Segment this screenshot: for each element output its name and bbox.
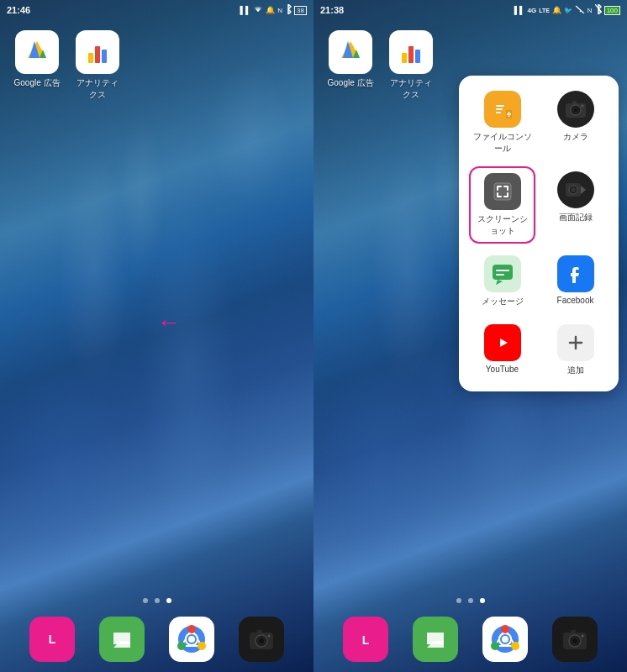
menu-file-console[interactable]: ファイルコンソール bbox=[469, 86, 535, 160]
svg-point-43 bbox=[581, 105, 583, 108]
svg-rect-22 bbox=[257, 630, 262, 633]
svg-point-17 bbox=[188, 636, 195, 643]
menu-add[interactable]: 追加 bbox=[542, 319, 609, 381]
svg-point-14 bbox=[198, 642, 206, 650]
file-console-icon bbox=[484, 91, 521, 128]
analytics-app[interactable]: アナリティクス bbox=[74, 30, 121, 101]
svg-rect-42 bbox=[572, 101, 577, 104]
svg-marker-46 bbox=[581, 186, 586, 194]
r-analytics-icon bbox=[389, 30, 433, 74]
screen-record-icon bbox=[557, 171, 594, 208]
chrome-app[interactable] bbox=[169, 617, 214, 662]
svg-point-74 bbox=[582, 635, 584, 638]
svg-point-21 bbox=[259, 638, 264, 643]
menu-camera[interactable]: カメラ bbox=[542, 86, 609, 160]
right-status-icons: ▌▌ 4G LTE 🔔 🐦 N 100 bbox=[514, 4, 620, 16]
screenshot-label: スクリーンショット bbox=[474, 213, 530, 237]
svg-point-15 bbox=[177, 642, 186, 650]
add-icon bbox=[557, 324, 594, 361]
svg-rect-4 bbox=[88, 53, 93, 63]
menu-youtube[interactable]: YouTube bbox=[469, 319, 535, 381]
bt-icon bbox=[285, 4, 292, 16]
analytics-label: アナリティクス bbox=[74, 77, 121, 101]
screen-record-label: 画面記録 bbox=[559, 212, 593, 223]
menu-facebook[interactable]: Facebook bbox=[542, 250, 609, 312]
r-green-msg-app[interactable] bbox=[413, 617, 458, 662]
r-lte-icon: LTE bbox=[539, 8, 550, 13]
google-ads-icon bbox=[15, 30, 59, 74]
dot-3 bbox=[166, 598, 171, 603]
svg-rect-32 bbox=[496, 105, 504, 107]
battery-icon: 38 bbox=[294, 6, 307, 15]
menu-screenshot[interactable]: スクリーンショット bbox=[469, 166, 535, 244]
left-bg bbox=[0, 0, 314, 672]
right-app-grid: Google 広告 アナリティクス bbox=[327, 30, 435, 101]
google-ads-app[interactable]: Google 広告 bbox=[13, 30, 61, 101]
left-page-dots bbox=[0, 598, 314, 603]
svg-point-64 bbox=[501, 625, 509, 633]
svg-text:L: L bbox=[361, 633, 369, 647]
svg-rect-28 bbox=[402, 53, 407, 63]
right-phone: 21:38 ▌▌ 4G LTE 🔔 🐦 N 100 bbox=[314, 0, 627, 672]
right-status-bar: 21:38 ▌▌ 4G LTE 🔔 🐦 N 100 bbox=[314, 0, 627, 20]
signal-icon: ▌▌ bbox=[240, 6, 251, 14]
r-wifi-off-icon bbox=[575, 5, 585, 15]
svg-rect-49 bbox=[493, 265, 513, 280]
dot-1 bbox=[143, 598, 148, 603]
r-dot-1 bbox=[456, 598, 461, 603]
r-link-app[interactable]: L bbox=[343, 617, 388, 662]
r-chrome-app[interactable] bbox=[482, 617, 528, 662]
svg-rect-50 bbox=[496, 270, 509, 271]
left-dock: L bbox=[0, 617, 314, 662]
svg-rect-6 bbox=[102, 50, 107, 63]
link-app[interactable]: L bbox=[29, 617, 75, 662]
r-analytics-app[interactable]: アナリティクス bbox=[387, 30, 435, 101]
r-nfc-icon: N bbox=[587, 7, 593, 14]
r-tw-icon: 🐦 bbox=[564, 7, 572, 14]
file-console-label: ファイルコンソール bbox=[472, 131, 532, 155]
pink-arrow: ← bbox=[157, 311, 181, 334]
left-phone: 21:46 ▌▌ 🔔 N 38 G bbox=[0, 0, 314, 672]
camera-label: カメラ bbox=[563, 131, 588, 143]
r-bt-icon bbox=[595, 4, 602, 16]
r-dot-2 bbox=[468, 598, 473, 603]
svg-rect-34 bbox=[496, 112, 501, 113]
left-time: 21:46 bbox=[7, 5, 30, 15]
r-google-ads-app[interactable]: Google 広告 bbox=[327, 30, 374, 101]
r-battery-icon: 100 bbox=[604, 6, 620, 15]
left-status-bar: 21:46 ▌▌ 🔔 N 38 bbox=[0, 0, 314, 20]
right-time: 21:38 bbox=[320, 5, 344, 15]
r-camera-dock-app[interactable] bbox=[552, 617, 598, 662]
green-msg-app[interactable] bbox=[99, 617, 145, 662]
menu-grid: ファイルコンソール カメラ bbox=[469, 86, 609, 381]
svg-text:L: L bbox=[48, 633, 55, 646]
svg-point-72 bbox=[572, 638, 577, 643]
svg-point-41 bbox=[574, 108, 577, 112]
svg-point-68 bbox=[502, 636, 508, 643]
left-status-icons: ▌▌ 🔔 N 38 bbox=[240, 4, 307, 16]
camera-dock-app[interactable] bbox=[239, 617, 284, 662]
r-analytics-label: アナリティクス bbox=[387, 77, 435, 101]
facebook-label: Facebook bbox=[557, 296, 594, 305]
left-app-grid: Google 広告 アナリティクス bbox=[13, 30, 121, 101]
camera-menu-icon bbox=[557, 91, 594, 128]
svg-rect-5 bbox=[95, 46, 100, 63]
right-page-dots bbox=[314, 598, 627, 603]
google-ads-label: Google 広告 bbox=[13, 77, 60, 89]
svg-point-66 bbox=[491, 642, 499, 650]
youtube-icon bbox=[484, 324, 521, 361]
r-google-ads-icon bbox=[329, 30, 372, 74]
svg-rect-33 bbox=[496, 108, 503, 110]
messages-icon bbox=[484, 255, 521, 292]
r-signal-icon: ▌▌ bbox=[514, 6, 525, 14]
facebook-icon bbox=[557, 255, 594, 292]
nfc-icon: N bbox=[277, 7, 282, 14]
menu-screen-record[interactable]: 画面記録 bbox=[542, 166, 609, 244]
svg-rect-44 bbox=[494, 183, 511, 200]
r-google-ads-label: Google 広告 bbox=[327, 77, 373, 89]
dot-2 bbox=[155, 598, 160, 603]
menu-messages[interactable]: メッセージ bbox=[469, 250, 535, 312]
svg-rect-29 bbox=[408, 46, 414, 63]
notif-icon: 🔔 bbox=[266, 6, 275, 14]
youtube-label: YouTube bbox=[486, 365, 519, 374]
